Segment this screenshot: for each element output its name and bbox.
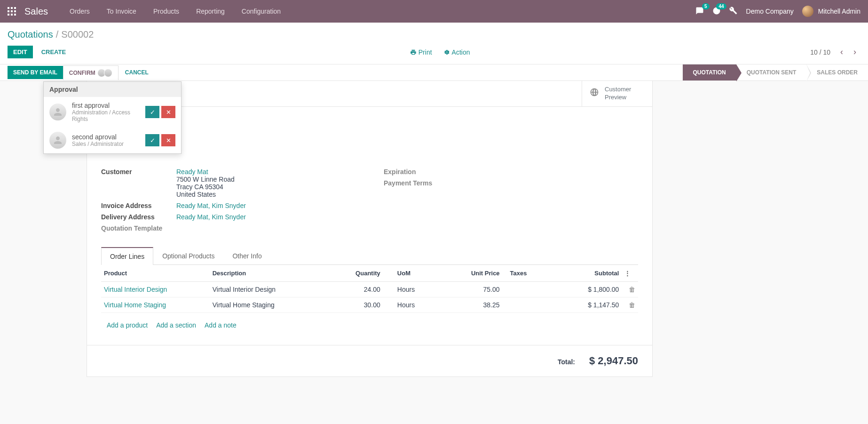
status-quotation[interactable]: QUOTATION: [683, 64, 736, 80]
cell-taxes: [503, 281, 546, 297]
user-menu[interactable]: Mitchell Admin: [802, 6, 860, 17]
total-label: Total:: [558, 358, 575, 366]
approver-avatars: [99, 69, 112, 77]
reject-button[interactable]: ✕: [161, 134, 175, 146]
activities-icon[interactable]: 44: [712, 7, 721, 16]
control-bar: EDIT CREATE Print Action 10 / 10 ‹ ›: [0, 42, 868, 64]
cell-description: Virtual Interior Design: [210, 281, 329, 297]
cell-taxes: [503, 297, 546, 312]
app-brand[interactable]: Sales: [24, 6, 48, 17]
approval-header: Approval: [44, 82, 181, 97]
tabs: Order Lines Optional Products Other Info: [101, 247, 638, 265]
reject-button[interactable]: ✕: [161, 106, 175, 118]
table-add-row: Add a product Add a section Add a note: [101, 312, 638, 337]
breadcrumb-root[interactable]: Quotations: [8, 29, 53, 40]
send-email-button[interactable]: SEND BY EMAIL: [8, 66, 63, 79]
debug-icon[interactable]: [729, 7, 738, 16]
status-bar: SEND BY EMAIL CONFIRM CANCEL Approval fi…: [0, 64, 868, 81]
prev-record-button[interactable]: ‹: [836, 47, 847, 58]
col-unit-price: Unit Price: [437, 265, 502, 282]
cell-price: 75.00: [437, 281, 502, 297]
approval-item: first approval Administration / Access R…: [44, 97, 181, 127]
cell-subtotal: $ 1,147.50: [546, 297, 622, 312]
cell-qty: 30.00: [329, 297, 383, 312]
next-record-button[interactable]: ›: [849, 47, 860, 58]
edit-button[interactable]: EDIT: [8, 46, 33, 58]
template-label: Quotation Template: [101, 224, 176, 232]
nav-products[interactable]: Products: [145, 8, 188, 15]
address-line: United States: [176, 191, 355, 198]
status-quotation-sent[interactable]: QUOTATION SENT: [736, 64, 807, 80]
col-menu-icon[interactable]: ⋮: [622, 265, 638, 282]
messages-badge: 5: [702, 3, 710, 9]
create-button[interactable]: CREATE: [38, 46, 70, 58]
delivery-address-label: Delivery Address: [101, 213, 176, 221]
delete-row-icon[interactable]: 🗑: [629, 301, 635, 309]
table-row[interactable]: Virtual Home Staging Virtual Home Stagin…: [101, 297, 638, 312]
tab-optional-products[interactable]: Optional Products: [153, 247, 223, 264]
nav-to-invoice[interactable]: To Invoice: [98, 8, 145, 15]
address-line: Tracy CA 95304: [176, 183, 355, 191]
cell-description: Virtual Home Staging: [210, 297, 329, 312]
col-subtotal: Subtotal: [546, 265, 622, 282]
invoice-address-label: Invoice Address: [101, 202, 176, 209]
nav-orders[interactable]: Orders: [61, 8, 98, 15]
confirm-button[interactable]: CONFIRM: [63, 65, 118, 80]
messages-icon[interactable]: 5: [695, 7, 704, 16]
globe-icon: [590, 88, 599, 99]
nav-configuration[interactable]: Configuration: [233, 8, 289, 15]
col-product: Product: [101, 265, 210, 282]
cell-qty: 24.00: [329, 281, 383, 297]
pager[interactable]: 10 / 10: [810, 48, 830, 56]
customer-preview-button[interactable]: Customer Preview: [582, 81, 652, 106]
col-taxes: Taxes: [503, 265, 546, 282]
product-link[interactable]: Virtual Home Staging: [104, 301, 166, 309]
order-lines-table: Product Description Quantity UoM Unit Pr…: [101, 265, 638, 337]
add-product-link[interactable]: Add a product: [107, 321, 148, 329]
total-value: $ 2,947.50: [589, 355, 638, 367]
approval-title: first approval: [72, 102, 140, 109]
tab-other-info[interactable]: Other Info: [223, 247, 270, 264]
approval-title: second aproval: [72, 133, 140, 141]
address-line: 7500 W Linne Road: [176, 176, 355, 183]
user-name: Mitchell Admin: [818, 8, 860, 15]
company-selector[interactable]: Demo Company: [746, 8, 794, 15]
cell-subtotal: $ 1,800.00: [546, 281, 622, 297]
delete-row-icon[interactable]: 🗑: [629, 286, 635, 293]
table-row[interactable]: Virtual Interior Design Virtual Interior…: [101, 281, 638, 297]
apps-icon[interactable]: [8, 7, 16, 16]
cell-uom: Hours: [383, 281, 437, 297]
activities-badge: 44: [716, 3, 726, 9]
approval-popup: Approval first approval Administration /…: [43, 81, 181, 154]
approve-button[interactable]: ✓: [145, 106, 159, 118]
status-sales-order[interactable]: SALES ORDER: [806, 64, 868, 80]
col-description: Description: [210, 265, 329, 282]
user-avatar: [802, 6, 813, 17]
payment-terms-label: Payment Terms: [384, 179, 459, 187]
approval-item: second aproval Sales / Administrator ✓ ✕: [44, 127, 181, 153]
cell-uom: Hours: [383, 297, 437, 312]
approval-role: Sales / Administrator: [72, 141, 140, 147]
add-note-link[interactable]: Add a note: [205, 321, 237, 329]
cancel-button[interactable]: CANCEL: [118, 66, 155, 79]
product-link[interactable]: Virtual Interior Design: [104, 286, 167, 293]
total-row: Total: $ 2,947.50: [87, 345, 652, 376]
cell-price: 38.25: [437, 297, 502, 312]
add-section-link[interactable]: Add a section: [156, 321, 196, 329]
invoice-address-link[interactable]: Ready Mat, Kim Snyder: [176, 202, 246, 209]
delivery-address-link[interactable]: Ready Mat, Kim Snyder: [176, 213, 246, 221]
print-button[interactable]: Print: [410, 48, 432, 56]
customer-link[interactable]: Ready Mat: [176, 168, 208, 176]
expiration-label: Expiration: [384, 168, 459, 176]
breadcrumb-current: S00002: [61, 29, 94, 40]
topbar: Sales Orders To Invoice Products Reporti…: [0, 0, 868, 23]
action-button[interactable]: Action: [443, 48, 470, 56]
approver-avatar-icon: [49, 104, 66, 120]
col-quantity: Quantity: [329, 265, 383, 282]
nav-reporting[interactable]: Reporting: [188, 8, 233, 15]
tab-order-lines[interactable]: Order Lines: [101, 247, 153, 265]
breadcrumb-sep: /: [56, 29, 59, 40]
approve-button[interactable]: ✓: [145, 134, 159, 146]
col-uom: UoM: [383, 265, 437, 282]
approval-role: Administration / Access Rights: [72, 109, 140, 122]
